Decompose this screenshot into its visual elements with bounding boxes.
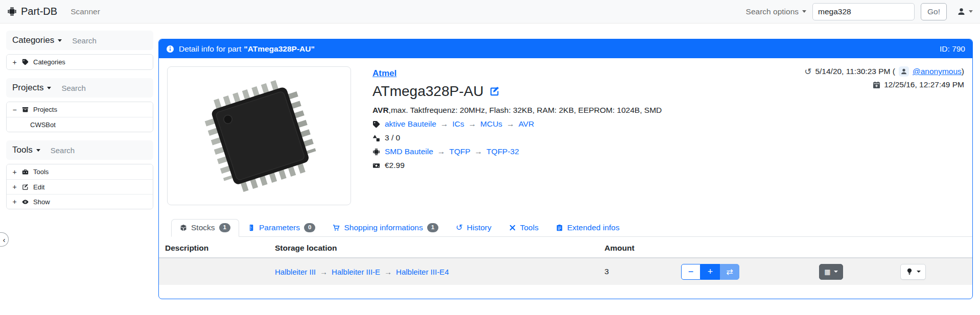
eye-icon	[22, 199, 29, 205]
increase-stock-button[interactable]: +	[701, 264, 720, 280]
tab-badge: 1	[219, 223, 230, 232]
created-timestamp: 12/25/16, 12:27:49 PM	[884, 80, 964, 89]
caret-down-icon	[969, 10, 973, 13]
breadcrumb-link[interactable]: Halbleiter III-E4	[396, 268, 449, 276]
edit-part-icon[interactable]	[489, 86, 500, 96]
col-storage-location: Storage location	[275, 244, 604, 253]
tools-icon	[509, 224, 516, 231]
tree-item-label: Projects	[33, 106, 57, 113]
paren-close: )	[962, 67, 964, 76]
history-icon: ↺	[804, 67, 811, 76]
tree-item-categories[interactable]: + Categories	[7, 55, 153, 69]
money-icon	[372, 162, 380, 169]
tools-search-input[interactable]	[51, 146, 127, 155]
tools-tree: + Tools + Edit + Show	[6, 164, 153, 209]
expand-icon[interactable]: +	[12, 58, 17, 66]
tree-item-projects[interactable]: − Projects	[7, 102, 153, 117]
categories-panel-title: Categories	[12, 35, 54, 45]
person-icon	[900, 68, 907, 75]
categories-search-input[interactable]	[72, 36, 149, 45]
caret-down-icon	[834, 271, 838, 273]
microchip-logo-icon	[7, 7, 17, 16]
categories-panel-header[interactable]: Categories	[6, 31, 153, 50]
expand-icon[interactable]: +	[12, 168, 17, 176]
user-menu-dropdown[interactable]	[957, 7, 973, 16]
breadcrumb-link[interactable]: AVR	[519, 119, 534, 129]
part-name-title: ATmega328P-AU	[372, 83, 483, 100]
shapes-icon	[372, 134, 380, 142]
tab-shopping-informations[interactable]: Shopping informations 1	[324, 219, 447, 237]
storage-location-breadcrumb: Halbleiter III Halbleiter III-E Halbleit…	[275, 268, 604, 276]
lightbulb-icon	[906, 268, 913, 275]
arrow-icon	[506, 119, 515, 129]
caret-down-icon	[36, 149, 40, 152]
tab-badge: 0	[304, 223, 315, 232]
arrow-icon	[320, 268, 328, 276]
tree-item-edit[interactable]: + Edit	[7, 179, 153, 194]
swap-icon: ⇄	[726, 267, 733, 277]
tree-item-tools[interactable]: + Tools	[7, 164, 153, 179]
tab-history[interactable]: ↺ History	[447, 219, 500, 237]
arrow-icon	[469, 119, 477, 129]
col-description: Description	[165, 244, 275, 253]
stock-row: Halbleiter III Halbleiter III-E Halbleit…	[159, 258, 972, 285]
breadcrumb-link[interactable]: MCUs	[480, 119, 502, 129]
caret-down-icon	[58, 39, 62, 42]
collapse-minus-icon[interactable]: −	[12, 106, 17, 114]
projects-search-input[interactable]	[61, 84, 138, 92]
search-input[interactable]	[812, 3, 915, 20]
breadcrumb-link[interactable]: Halbleiter III	[275, 268, 316, 276]
cart-icon	[333, 224, 340, 231]
tree-item-cwsbot[interactable]: CWSBot	[7, 117, 153, 132]
top-navbar: Part-DB Scanner Search options Go!	[0, 0, 980, 23]
tree-item-show[interactable]: + Show	[7, 194, 153, 209]
tab-badge: 1	[427, 223, 438, 232]
breadcrumb-link[interactable]: SMD Bauteile	[385, 147, 433, 156]
chip-photo	[180, 75, 338, 197]
tab-tools[interactable]: Tools	[500, 219, 547, 237]
go-button[interactable]: Go!	[921, 3, 947, 20]
arrow-icon	[384, 268, 392, 276]
caret-down-icon	[47, 87, 51, 89]
expand-icon[interactable]: +	[12, 198, 17, 206]
projects-panel-title: Projects	[12, 83, 43, 93]
search-options-dropdown[interactable]: Search options	[746, 7, 806, 16]
tools-panel-header[interactable]: Tools	[6, 140, 153, 160]
decrease-stock-button[interactable]: −	[681, 264, 701, 280]
manufacturer-link[interactable]: Atmel	[372, 68, 396, 78]
stock-count: 3 / 0	[385, 133, 400, 142]
projects-panel-header[interactable]: Projects	[6, 78, 153, 98]
breadcrumb-link[interactable]: ICs	[452, 119, 464, 129]
tab-stocks[interactable]: Stocks 1	[171, 219, 239, 237]
header-part-name: "ATmega328P-AU"	[244, 44, 314, 54]
arrow-icon	[437, 147, 446, 156]
breadcrumb-link[interactable]: TQFP	[449, 147, 470, 156]
tab-extended-infos[interactable]: Extended infos	[547, 219, 628, 237]
expand-icon[interactable]: +	[12, 183, 17, 191]
breadcrumb-link[interactable]: Halbleiter III-E	[332, 268, 380, 276]
tree-item-label: Edit	[33, 183, 44, 191]
box-icon	[180, 224, 187, 231]
led-locate-dropdown-button[interactable]	[900, 264, 926, 280]
stock-amount: 3	[604, 267, 681, 276]
nav-item-scanner[interactable]: Scanner	[71, 7, 100, 16]
app-brand[interactable]: Part-DB	[7, 6, 57, 17]
user-avatar	[899, 66, 909, 77]
part-id-label: ID: 790	[940, 44, 965, 54]
microchip-icon	[372, 148, 380, 156]
part-image[interactable]	[167, 66, 351, 205]
toolbox-icon	[22, 168, 29, 175]
tab-parameters[interactable]: Parameters 0	[239, 219, 324, 237]
label-generator-dropdown-button[interactable]: ▦	[819, 264, 843, 280]
breadcrumb-link[interactable]: TQFP-32	[486, 147, 519, 156]
brand-label: Part-DB	[21, 6, 57, 17]
sidebar-collapse-toggle[interactable]: ‹	[0, 232, 9, 247]
breadcrumb-link[interactable]: aktive Bauteile	[385, 119, 436, 129]
modified-user-link[interactable]: @anonymous	[913, 67, 962, 76]
archive-icon	[22, 106, 29, 113]
move-stock-button[interactable]: ⇄	[720, 264, 739, 280]
calendar-plus-icon	[873, 81, 880, 89]
footprint-breadcrumb: SMD Bauteile TQFP TQFP-32	[385, 147, 519, 156]
modified-timestamp: 5/14/20, 11:30:23 PM (	[815, 67, 895, 76]
arrow-icon	[475, 147, 483, 156]
